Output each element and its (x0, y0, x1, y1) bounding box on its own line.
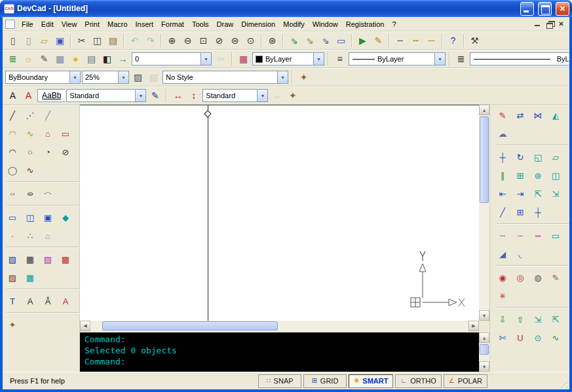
sketch-button[interactable]: ✎ (494, 107, 511, 123)
mirror-button[interactable]: ⋈ (529, 107, 546, 123)
show-nodes-button[interactable]: ◍ (529, 270, 546, 285)
text-properties-button[interactable]: ✎ (147, 88, 162, 103)
dim-style-edit-button[interactable]: ↕ (186, 88, 201, 103)
toggle-snap[interactable]: ∷SNAP (258, 374, 301, 388)
layer-select[interactable]: 0 (132, 52, 212, 65)
construction-line-button[interactable]: ╱ (39, 107, 56, 123)
dim-style-select-arrow-icon[interactable] (257, 90, 267, 101)
trim-button[interactable]: ⇤ (494, 186, 511, 202)
menu-registration[interactable]: Registration (342, 19, 389, 29)
linetype-manager-button[interactable]: ≡ (332, 52, 347, 66)
layer-lock-button[interactable]: ▦ (52, 52, 67, 66)
new-from-template-button[interactable]: ▯ (21, 33, 36, 48)
ellipse-button[interactable]: ○ (4, 186, 21, 202)
menu-macro[interactable]: Macro (104, 19, 132, 29)
copy-to-clipboard-button[interactable]: ◫ (22, 209, 39, 225)
offset-button[interactable]: ∥ (494, 168, 511, 183)
array-grid-button[interactable]: ⊞ (512, 204, 529, 220)
hatch-pattern-button[interactable]: ▨ (130, 70, 145, 84)
dim-properties-wand-button[interactable]: ✦ (285, 88, 300, 103)
copy-button[interactable]: ◫ (90, 33, 105, 48)
insert-block-button[interactable]: ⇩ (494, 312, 511, 327)
break-button[interactable]: ┄ (494, 228, 511, 243)
symmetry-button[interactable]: ◭ (547, 107, 564, 123)
dim-style-select[interactable]: Standard (202, 89, 268, 102)
color-select[interactable]: ByLayer (252, 52, 324, 65)
menu-window[interactable]: Window (309, 19, 342, 29)
command-scroll-down-button[interactable]: ▼ (479, 361, 489, 372)
menu-format[interactable]: Format (157, 19, 188, 29)
scroll-left-button[interactable]: ◀ (80, 321, 90, 331)
cut-region-button[interactable]: ✄ (494, 330, 511, 346)
menu-insert[interactable]: Insert (132, 19, 158, 29)
hatch-diagonal-button[interactable]: ▨ (4, 251, 21, 267)
zoom-extents-button[interactable]: ⊛ (265, 33, 280, 48)
canvas-vertical-scrollbar[interactable]: ▲ ▼ (479, 105, 489, 321)
magnet-snap-button[interactable]: U (512, 330, 529, 346)
hatch-dark-button[interactable]: ▨ (4, 270, 21, 285)
undo-button[interactable]: ↶ (127, 33, 142, 48)
zoom-in-button[interactable]: ⊕ (164, 33, 180, 48)
vertical-scroll-thumb[interactable] (480, 116, 489, 203)
lengthen-button[interactable]: ⇱ (529, 186, 546, 202)
minimize-button[interactable] (520, 2, 534, 16)
region-button[interactable]: ▭ (4, 209, 21, 225)
lineweight-manager-button[interactable]: ≣ (453, 52, 468, 66)
export-dxf-button[interactable]: ⇘ (286, 33, 301, 48)
curve-button[interactable]: ∿ (22, 126, 39, 141)
circle-center-button[interactable]: ○ (22, 144, 39, 160)
polygon-button[interactable]: ⌂ (39, 126, 56, 141)
arc-text-button[interactable]: Â (39, 293, 56, 309)
open-button[interactable]: ▱ (37, 33, 52, 48)
macro-edit-button[interactable]: ✎ (371, 33, 386, 48)
menu-edit[interactable]: Edit (37, 19, 58, 29)
mdi-close-button[interactable] (556, 19, 567, 29)
macro-run-button[interactable]: ▶ (355, 33, 370, 48)
weld-nodes-button[interactable]: ◉ (494, 270, 511, 285)
insert-node-button[interactable]: ◎ (512, 270, 529, 285)
menu-tools[interactable]: Tools (188, 19, 213, 29)
help-button[interactable]: ? (446, 33, 461, 48)
text-style-edit-button[interactable]: A (21, 88, 36, 103)
text-button[interactable]: T (4, 293, 21, 309)
linetype-select[interactable]: ByLayer (349, 52, 446, 65)
redo-button[interactable]: ↷ (143, 33, 158, 48)
toggle-ortho[interactable]: ∟ORTHO (395, 374, 441, 388)
measure-length-button[interactable]: ─ (424, 33, 439, 48)
color-palette-button[interactable]: ▦ (236, 52, 251, 66)
fillet-button[interactable]: ◟ (512, 246, 529, 262)
lineweight-display[interactable]: ByLayer (470, 52, 569, 65)
canvas-horizontal-scrollbar[interactable]: ◀ ▶ (80, 321, 479, 331)
menu-print[interactable]: Print (81, 19, 104, 29)
edit-nodes-button[interactable]: ✎ (547, 270, 564, 285)
cut-button[interactable]: ✂ (74, 33, 89, 48)
create-block-button[interactable]: ⇧ (512, 312, 529, 327)
text-style-select[interactable]: Standard (66, 89, 146, 102)
zoom-previous-button[interactable]: ⊘ (212, 33, 227, 48)
import-symbol-button[interactable]: ⇲ (529, 312, 546, 327)
offset-curve-button[interactable]: ⇄ (512, 107, 529, 123)
set-current-layer-button[interactable]: → (115, 52, 130, 66)
hatch-magenta-button[interactable]: ▨ (39, 251, 56, 267)
hatch-style-select[interactable]: No Style (162, 71, 288, 84)
label-tag-button[interactable]: ◆ (57, 209, 74, 225)
ellipse-axis-button[interactable]: ⊜ (22, 186, 39, 202)
command-scroll-thumb[interactable] (480, 344, 489, 355)
tangent-arc-button[interactable]: ◠ (4, 126, 21, 141)
draw-properties-wand-button[interactable]: ✦ (4, 317, 21, 332)
hatch-teal-button[interactable]: ▦ (22, 270, 39, 285)
layer-visibility-button[interactable]: ☼ (21, 52, 36, 66)
boundary-select[interactable]: ByBoundary (5, 71, 81, 84)
toggle-grid[interactable]: ⊞GRID (303, 374, 347, 388)
resize-grip[interactable] (558, 379, 567, 388)
text-style-select-arrow-icon[interactable] (135, 90, 145, 101)
scroll-right-button[interactable]: ▶ (468, 321, 479, 331)
print-preview-button[interactable]: ▭ (334, 33, 349, 48)
extend-button[interactable]: ⇥ (512, 186, 529, 202)
layer-manager-button[interactable]: ≣ (5, 52, 20, 66)
chamfer-button[interactable]: ◢ (494, 246, 511, 262)
hatch-properties-wand-button[interactable]: ✦ (296, 70, 311, 84)
multiline-text-button[interactable]: A (22, 293, 39, 309)
command-scroll-up-button[interactable]: ▲ (479, 332, 489, 343)
command-scroll-track[interactable] (479, 343, 489, 361)
